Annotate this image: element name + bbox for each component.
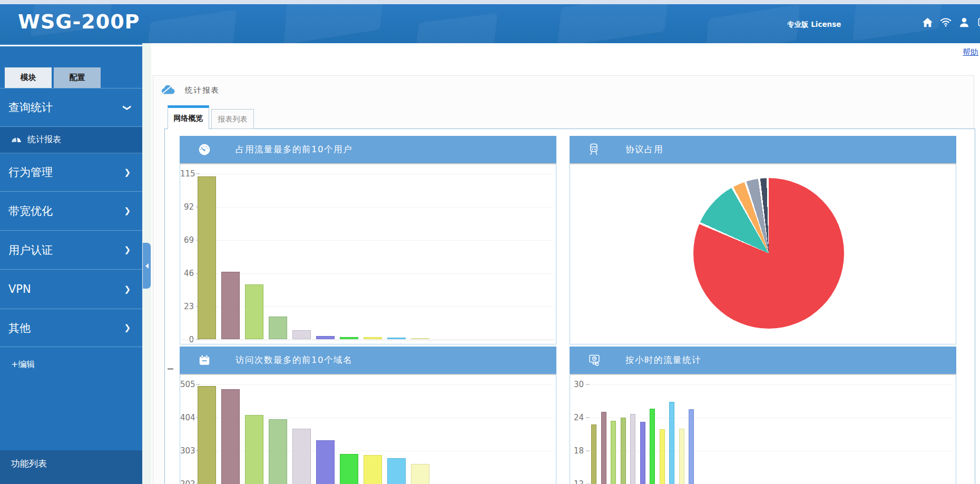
sidebar-top-divider [0, 45, 142, 46]
bar [198, 386, 216, 484]
chevron-right-icon: ❯ [124, 324, 131, 332]
tick-mark [586, 417, 590, 418]
y-axis-tick-label: 303 [180, 446, 194, 456]
sidebar-item[interactable]: 其他❯ [0, 309, 142, 347]
tab-content-box: 占用流量最多的前10个用户115926946230协议占用访问次数最多的前10个… [164, 129, 975, 484]
chevron-right-icon: ❯ [124, 285, 131, 293]
chart-panel-header: 按小时的流量统计 [570, 347, 956, 375]
y-axis-tick-label: 92 [180, 202, 194, 212]
bar [591, 424, 596, 484]
tab-network-overview[interactable]: 网络概览 [168, 105, 209, 129]
sidebar-item[interactable]: 行为管理❯ [0, 153, 142, 192]
sidebar-item-label: 用户认证 [8, 243, 53, 258]
user-icon[interactable] [958, 16, 971, 28]
panel-resize-dash[interactable] [168, 368, 173, 370]
gridline [200, 174, 553, 174]
edit-link[interactable]: +编辑 [11, 359, 35, 370]
sidebar-tab-modules[interactable]: 模块 [5, 67, 52, 88]
calendar-icon [198, 353, 211, 367]
bar [316, 336, 335, 340]
chart-panel: 访问次数最多的前10个域名505404303202 [180, 347, 556, 484]
protocol-pie-chart [693, 178, 844, 329]
home-icon[interactable] [921, 16, 934, 28]
sidebar-subitem[interactable]: 统计报表 [0, 127, 142, 153]
chart-panel: 占用流量最多的前10个用户115926946230 [180, 136, 556, 344]
tab-report-list[interactable]: 报表列表 [211, 109, 254, 129]
chart-panel-header: 协议占用 [570, 136, 956, 164]
report-panel: 统计报表 网络概览报表列表 占用流量最多的前10个用户115926946230协… [153, 75, 974, 484]
sidebar-item-label: 其他 [8, 321, 31, 335]
y-axis-tick-label: 505 [180, 380, 194, 389]
page-title: 统计报表 [185, 85, 220, 95]
y-axis-tick-label: 69 [180, 235, 194, 245]
gridline [590, 418, 953, 418]
bar [611, 421, 616, 484]
y-axis-tick-label: 24 [570, 413, 584, 422]
train-icon [587, 143, 601, 156]
sidebar-tab-config[interactable]: 配置 [54, 67, 101, 88]
chevron-left-icon [145, 263, 149, 269]
product-logo: WSG-200P [18, 10, 140, 33]
sidebar-collapse-handle[interactable] [143, 243, 151, 289]
top-strip [0, 0, 980, 4]
bar [601, 412, 606, 484]
keyboard-key-decor [557, 4, 669, 43]
gridline [200, 240, 553, 241]
app-header: WSG-200P 专业版 License [0, 4, 980, 43]
bar [621, 418, 626, 484]
sidebar-item[interactable]: VPN❯ [0, 270, 142, 309]
sidebar-item-label: 查询统计 [8, 100, 53, 115]
x-axis-line [181, 340, 555, 340]
tick-mark [196, 384, 200, 385]
bar [387, 338, 406, 339]
wifi-icon[interactable] [939, 16, 952, 28]
keyboard-key-decor [705, 4, 800, 43]
sidebar: 模块配置 查询统计❯统计报表行为管理❯带宽优化❯用户认证❯VPN❯其他❯ +编辑… [0, 43, 142, 484]
chart-panel: 按小时的流量统计30241812 [570, 347, 956, 484]
sidebar-item[interactable]: 带宽优化❯ [0, 192, 142, 231]
chart-plot: 115926946230 [180, 164, 556, 344]
help-link[interactable]: 帮助 [963, 47, 978, 57]
chart-title: 协议占用 [625, 144, 663, 155]
bar [650, 409, 655, 484]
chevron-right-icon: ❯ [124, 246, 131, 254]
sidebar-footer: 功能列表 [0, 450, 142, 484]
bar [387, 458, 406, 484]
gridline [200, 207, 553, 208]
sidebar-item[interactable]: 用户认证❯ [0, 231, 142, 270]
sidebar-menu: 查询统计❯统计报表行为管理❯带宽优化❯用户认证❯VPN❯其他❯ [0, 88, 142, 347]
chart-title: 访问次数最多的前10个域名 [236, 354, 352, 366]
y-axis-tick-label: 30 [570, 380, 584, 389]
keyboard-key-decor [415, 13, 498, 43]
sidebar-item[interactable]: 查询统计❯ [0, 88, 142, 127]
bar [198, 176, 216, 340]
y-axis-tick-label: 202 [180, 479, 194, 484]
bar [269, 317, 287, 340]
bar [316, 440, 335, 484]
bar [640, 422, 645, 484]
report-panel-title-row: 统计报表 [160, 84, 220, 97]
y-axis-tick-label: 23 [180, 302, 194, 311]
gridline [200, 273, 553, 274]
chart-plot: 30241812 [570, 375, 956, 484]
bar [221, 389, 240, 484]
sidebar-item-label: VPN [8, 283, 31, 295]
bar [689, 409, 694, 484]
header-icon-group [921, 16, 980, 28]
tick-mark [586, 450, 590, 451]
window-icon[interactable] [976, 16, 980, 28]
chart-title: 按小时的流量统计 [625, 354, 701, 366]
bar [340, 454, 358, 484]
bar [669, 402, 674, 484]
license-badge: 专业版 License [787, 20, 841, 29]
keyboard-key-decor [283, 4, 384, 43]
tick-mark [586, 384, 590, 385]
y-axis-tick-label: 115 [180, 169, 194, 179]
gridline [200, 384, 553, 385]
chart-panel: 协议占用 [570, 136, 956, 344]
sidebar-item-label: 带宽优化 [8, 204, 53, 219]
sidebar-tabs: 模块配置 [5, 67, 101, 88]
y-axis-tick-label: 12 [570, 479, 584, 484]
chart-title: 占用流量最多的前10个用户 [236, 144, 352, 155]
bar [292, 429, 311, 484]
